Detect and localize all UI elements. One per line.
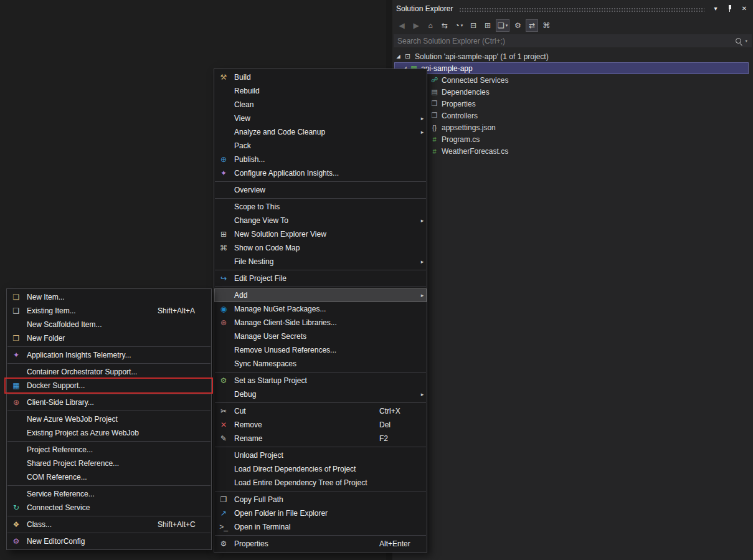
menu-item-file-nesting[interactable]: File Nesting▸ — [214, 255, 427, 268]
menu-item-label: Build — [234, 73, 418, 82]
menu-item-analyze-and-code-cleanup[interactable]: Analyze and Code Cleanup▸ — [214, 125, 427, 139]
menu-item-remove-unused-references[interactable]: Remove Unused References... — [214, 343, 427, 357]
terminal-icon: >_ — [217, 523, 230, 531]
menu-item-rename[interactable]: ✎RenameF2 — [214, 432, 427, 445]
tree-item-controllers[interactable]: ❒Controllers — [394, 110, 749, 121]
new-solution-explorer-view-icon: ⊞ — [217, 230, 230, 238]
pin-glyph — [727, 4, 733, 13]
tree-item-program-cs[interactable]: #Program.cs — [394, 133, 749, 145]
menu-item-show-on-code-map[interactable]: ⌘Show on Code Map — [214, 241, 427, 255]
home-icon[interactable]: ⌂ — [424, 19, 437, 32]
view-selector-icon[interactable]: ❏▾ — [496, 19, 509, 32]
menu-item-shared-project-reference[interactable]: Shared Project Reference... — [7, 457, 211, 470]
menu-item-properties[interactable]: ⚙PropertiesAlt+Enter — [214, 537, 427, 551]
pending-changes-filter-icon[interactable]: ◔▾ — [453, 19, 465, 32]
menu-item-copy-full-path[interactable]: ❐Copy Full Path — [214, 493, 427, 506]
menu-item-connected-service[interactable]: ↻Connected Service — [7, 501, 211, 515]
menu-item-existing-project-as-azure-webjob[interactable]: Existing Project as Azure WebJob — [7, 426, 211, 440]
properties-wrench-icon[interactable]: ⚙ — [511, 19, 524, 32]
menu-item-label: Copy Full Path — [234, 495, 418, 504]
forward-icon[interactable]: ▶ — [410, 19, 422, 32]
menu-item-manage-client-side-libraries[interactable]: ⊛Manage Client-Side Libraries... — [214, 316, 427, 330]
tree-item-weatherforecast-cs[interactable]: #WeatherForecast.cs — [394, 145, 749, 157]
menu-item-pack[interactable]: Pack — [214, 139, 427, 153]
code-map-icon[interactable]: ⌘ — [540, 19, 552, 32]
menu-item-sync-namespaces[interactable]: Sync Namespaces — [214, 357, 427, 371]
menu-separator — [7, 441, 211, 442]
menu-separator — [7, 533, 211, 533]
tree-item-dependencies[interactable]: ▤Dependencies — [394, 86, 749, 98]
window-position-menu-icon[interactable]: ▾ — [711, 4, 721, 14]
menu-item-label: New Item... — [27, 293, 202, 301]
solution-explorer-titlebar[interactable]: Solution Explorer ▾✕ — [392, 0, 753, 17]
menu-item-application-insights-telemetry[interactable]: ✦Application Insights Telemetry... — [7, 348, 211, 362]
menu-item-manage-user-secrets[interactable]: Manage User Secrets — [214, 330, 427, 343]
menu-item-set-as-startup-project[interactable]: ⚙Set as Startup Project — [214, 374, 427, 387]
application-insights-icon: ✦ — [217, 169, 230, 177]
menu-item-new-editorconfig[interactable]: ⚙New EditorConfig — [7, 534, 211, 548]
menu-item-docker-support[interactable]: ▦Docker Support... — [7, 379, 211, 392]
menu-item-container-orchestrator-support[interactable]: Container Orchestrator Support... — [7, 365, 211, 379]
tree-item-solution-api-sample-app-1-of-1-project[interactable]: ◢⊡Solution 'api-sample-app' (1 of 1 proj… — [394, 50, 749, 62]
menu-item-label: Set as Startup Project — [234, 376, 418, 385]
menu-item-class[interactable]: ❖Class...Shift+Alt+C — [7, 518, 211, 531]
tree-item-connected-services[interactable]: ☍Connected Services — [394, 74, 749, 86]
menu-item-client-side-library[interactable]: ⊛Client-Side Library... — [7, 396, 211, 409]
menu-item-project-reference[interactable]: Project Reference... — [7, 443, 211, 457]
search-options-caret-icon[interactable]: ▾ — [745, 39, 747, 44]
menu-separator — [7, 363, 211, 364]
menu-item-load-entire-dependency-tree-of-project[interactable]: Load Entire Dependency Tree of Project — [214, 476, 427, 490]
menu-item-label: Remove — [234, 420, 379, 429]
menu-item-service-reference[interactable]: Service Reference... — [7, 487, 211, 501]
menu-item-publish[interactable]: ⊕Publish... — [214, 153, 427, 166]
pin-icon[interactable] — [725, 4, 735, 14]
back-icon[interactable]: ◀ — [395, 19, 408, 32]
menu-item-edit-project-file[interactable]: ↪Edit Project File — [214, 272, 427, 285]
collapse-all-icon[interactable]: ⊟ — [467, 19, 480, 32]
close-icon[interactable]: ✕ — [739, 4, 749, 14]
menu-item-label: Properties — [234, 539, 379, 548]
tree-item-appsettings-json[interactable]: {}appsettings.json — [394, 121, 749, 133]
solution-explorer-panel: Solution Explorer ▾✕ ◀▶⌂⇆◔▾⊟⊞❏▾⚙⇄⌘ ▾ ◢⊡S… — [392, 0, 753, 560]
menu-item-remove[interactable]: ✕RemoveDel — [214, 418, 427, 432]
menu-item-open-folder-in-file-explorer[interactable]: ↗Open Folder in File Explorer — [214, 506, 427, 520]
menu-item-new-item[interactable]: ❏New Item... — [7, 290, 211, 304]
search-box: ▾ — [394, 34, 752, 47]
toolbar-glyph: ⌂ — [428, 22, 432, 29]
expander-icon[interactable]: ◢ — [394, 54, 402, 59]
menu-item-load-direct-dependencies-of-project[interactable]: Load Direct Dependencies of Project — [214, 462, 427, 476]
tree-item-label: Dependencies — [442, 88, 490, 97]
switch-views-icon[interactable]: ⇆ — [438, 19, 451, 32]
menu-item-label: View — [234, 114, 418, 123]
menu-item-debug[interactable]: Debug▸ — [214, 387, 427, 401]
menu-item-clean[interactable]: Clean — [214, 98, 427, 112]
menu-item-com-reference[interactable]: COM Reference... — [7, 470, 211, 484]
class-icon: ❖ — [10, 521, 22, 528]
menu-item-change-view-to[interactable]: Change View To▸ — [214, 214, 427, 227]
tree-item-api-sample-app[interactable]: ◢▩api-sample-app — [394, 62, 749, 74]
menu-item-label: New Folder — [27, 334, 202, 343]
menu-item-rebuild[interactable]: Rebuild — [214, 84, 427, 98]
menu-separator — [215, 491, 426, 491]
menu-item-scope-to-this[interactable]: Scope to This — [214, 200, 427, 214]
search-icon[interactable] — [734, 37, 743, 45]
menu-item-open-in-terminal[interactable]: >_Open in Terminal — [214, 520, 427, 534]
menu-item-cut[interactable]: ✂CutCtrl+X — [214, 404, 427, 418]
menu-item-view[interactable]: View▸ — [214, 112, 427, 125]
menu-item-manage-nuget-packages[interactable]: ◉Manage NuGet Packages... — [214, 302, 427, 316]
menu-item-build[interactable]: ⚒Build — [214, 70, 427, 84]
menu-item-overview[interactable]: Overview — [214, 183, 427, 197]
menu-item-add[interactable]: Add▸ — [214, 288, 427, 302]
menu-item-new-scaffolded-item[interactable]: New Scaffolded Item... — [7, 318, 211, 331]
show-all-files-icon[interactable]: ⊞ — [481, 19, 494, 32]
menu-item-existing-item[interactable]: ❑Existing Item...Shift+Alt+A — [7, 304, 211, 318]
menu-item-new-solution-explorer-view[interactable]: ⊞New Solution Explorer View — [214, 227, 427, 241]
menu-item-new-folder[interactable]: ❒New Folder — [7, 331, 211, 345]
search-input[interactable] — [394, 34, 734, 47]
menu-item-new-azure-webjob-project[interactable]: New Azure WebJob Project — [7, 412, 211, 426]
menu-item-configure-application-insights[interactable]: ✦Configure Application Insights... — [214, 166, 427, 180]
sync-with-active-document-icon[interactable]: ⇄ — [526, 19, 538, 32]
tree-item-properties[interactable]: ❒Properties — [394, 98, 749, 110]
solution-tree: ◢⊡Solution 'api-sample-app' (1 of 1 proj… — [392, 49, 753, 157]
menu-item-unload-project[interactable]: Unload Project — [214, 448, 427, 462]
